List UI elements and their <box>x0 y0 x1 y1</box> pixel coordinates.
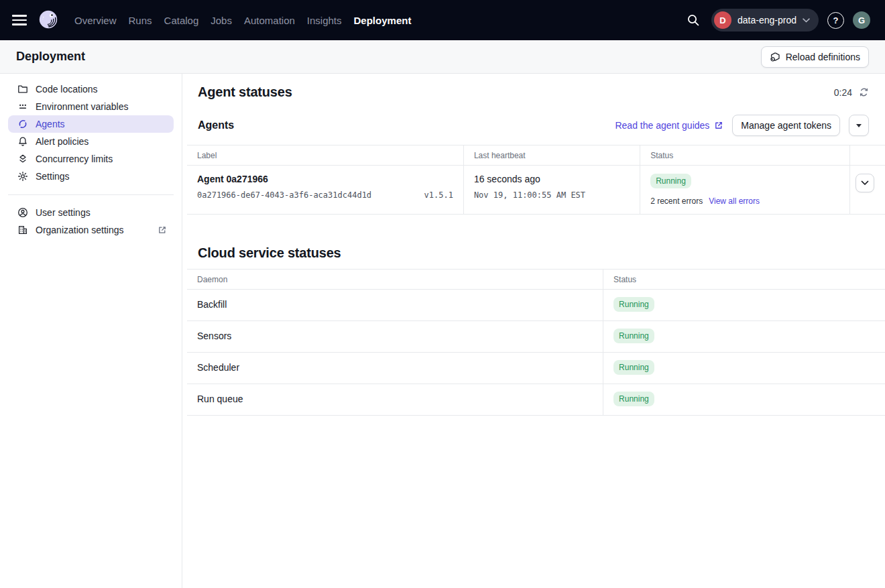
top-navigation-bar: Overview Runs Catalog Jobs Automation In… <box>0 0 885 40</box>
column-header-expand <box>850 145 885 166</box>
manage-agent-tokens-button[interactable]: Manage agent tokens <box>732 115 840 136</box>
daemon-name: Sensors <box>187 321 603 353</box>
column-header-status: Status <box>640 145 850 166</box>
expand-agent-row-button[interactable] <box>856 174 874 192</box>
sidebar-item-code-locations[interactable]: Code locations <box>8 80 174 98</box>
cloud-services-table: Daemon Status Backfill Running Sensors R… <box>187 269 885 416</box>
heartbeat-timestamp: Nov 19, 11:00:55 AM EST <box>474 190 585 200</box>
external-link-icon <box>714 121 723 130</box>
dagster-logo-icon[interactable] <box>37 9 60 32</box>
column-header-label: Label <box>187 145 463 166</box>
main-content: Agent statuses 0:24 Agents Read the agen… <box>182 74 885 588</box>
nav-automation[interactable]: Automation <box>244 15 295 26</box>
daemon-name: Run queue <box>187 384 603 416</box>
nav-overview[interactable]: Overview <box>74 15 117 26</box>
column-header-daemon: Daemon <box>187 270 603 290</box>
column-header-status: Status <box>603 270 885 290</box>
page-title: Deployment <box>16 50 85 64</box>
folder-icon <box>17 84 28 95</box>
caret-down-icon <box>856 124 862 127</box>
gear-icon <box>17 171 28 182</box>
status-badge: Running <box>613 297 654 312</box>
search-icon[interactable] <box>684 11 703 30</box>
page-header: Deployment Reload definitions <box>0 40 885 74</box>
deployment-name: data-eng-prod <box>738 15 796 25</box>
agent-version: v1.5.1 <box>424 190 453 200</box>
agents-table: Label Last heartbeat Status Agent 0a2719… <box>187 145 885 215</box>
nav-runs[interactable]: Runs <box>129 15 152 26</box>
reload-definitions-icon <box>770 52 780 62</box>
organization-icon <box>17 225 28 235</box>
deployment-switcher[interactable]: D data-eng-prod <box>711 9 819 32</box>
refresh-timer: 0:24 <box>834 87 869 98</box>
daemon-row-backfill: Backfill Running <box>187 290 885 321</box>
daemon-name: Scheduler <box>187 353 603 384</box>
sidebar-item-agents[interactable]: Agents <box>8 115 174 133</box>
recent-errors-text: 2 recent errors <box>650 196 703 206</box>
topnav-right-controls: D data-eng-prod ? G <box>684 9 870 32</box>
sidebar-item-alert-policies[interactable]: Alert policies <box>8 133 174 150</box>
agents-icon <box>17 119 28 129</box>
avatar[interactable]: G <box>853 11 870 29</box>
reload-definitions-button[interactable]: Reload definitions <box>761 46 869 68</box>
sidebar-item-environment-variables[interactable]: Environment variables <box>8 98 174 115</box>
primary-nav: Overview Runs Catalog Jobs Automation In… <box>74 15 411 26</box>
heartbeat-relative: 16 seconds ago <box>474 174 630 184</box>
refresh-icon[interactable] <box>859 87 869 97</box>
daemon-row-scheduler: Scheduler Running <box>187 353 885 384</box>
env-vars-icon <box>17 101 28 112</box>
bell-icon <box>17 136 28 147</box>
help-icon[interactable]: ? <box>827 12 844 29</box>
daemon-row-sensors: Sensors Running <box>187 321 885 353</box>
layers-icon <box>17 154 28 164</box>
agent-label: Agent 0a271966 <box>197 174 453 184</box>
daemon-row-run-queue: Run queue Running <box>187 384 885 416</box>
daemon-name: Backfill <box>187 290 603 321</box>
nav-catalog[interactable]: Catalog <box>164 15 199 26</box>
agent-row: Agent 0a271966 0a271966-de67-4043-a3f6-a… <box>187 166 885 215</box>
menu-icon[interactable] <box>12 15 27 25</box>
nav-insights[interactable]: Insights <box>307 15 342 26</box>
sidebar-item-organization-settings[interactable]: Organization settings <box>8 221 174 239</box>
agent-guides-link[interactable]: Read the agent guides <box>615 120 723 131</box>
sidebar-item-user-settings[interactable]: User settings <box>8 204 174 221</box>
deployment-badge: D <box>714 11 731 29</box>
chevron-down-icon <box>861 180 869 186</box>
chevron-down-icon <box>803 18 810 23</box>
deployment-sidebar: Code locations Environment variables Age… <box>0 74 182 588</box>
nav-jobs[interactable]: Jobs <box>211 15 232 26</box>
status-badge: Running <box>613 360 654 375</box>
agents-subheading: Agents <box>198 119 234 131</box>
sidebar-item-settings[interactable]: Settings <box>8 168 174 185</box>
sidebar-divider <box>8 194 174 195</box>
nav-deployment[interactable]: Deployment <box>354 15 412 26</box>
status-badge: Running <box>613 392 654 406</box>
agent-statuses-title: Agent statuses <box>198 84 292 100</box>
column-header-last-heartbeat: Last heartbeat <box>463 145 640 166</box>
refresh-countdown: 0:24 <box>834 87 852 98</box>
agents-more-actions-button[interactable] <box>849 115 869 136</box>
external-link-icon <box>158 225 167 235</box>
status-badge: Running <box>613 329 654 343</box>
sidebar-item-concurrency-limits[interactable]: Concurrency limits <box>8 150 174 168</box>
view-all-errors-link[interactable]: View all errors <box>709 196 760 206</box>
agent-id: 0a271966-de67-4043-a3f6-aca31dc44d1d <box>197 190 371 200</box>
cloud-service-statuses-title: Cloud service statuses <box>198 245 341 261</box>
status-badge: Running <box>650 174 691 188</box>
user-icon <box>17 207 28 218</box>
